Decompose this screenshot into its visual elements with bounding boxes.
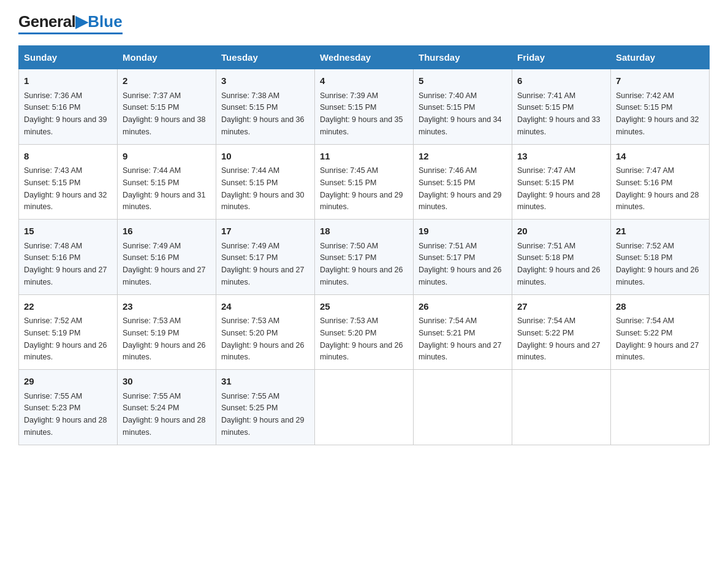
day-sunrise: Sunrise: 7:51 AM: [419, 242, 477, 250]
header-thursday: Thursday: [414, 46, 512, 69]
day-number: 3: [221, 74, 309, 88]
day-sunrise: Sunrise: 7:49 AM: [221, 242, 279, 250]
day-sunrise: Sunrise: 7:52 AM: [24, 316, 82, 325]
day-number: 21: [616, 224, 704, 239]
day-daylight: Daylight: 9 hours and 26 minutes.: [616, 266, 699, 286]
day-sunset: Sunset: 5:17 PM: [320, 253, 376, 262]
day-sunrise: Sunrise: 7:53 AM: [221, 316, 279, 325]
calendar-body: 1 Sunrise: 7:36 AM Sunset: 5:16 PM Dayli…: [19, 69, 710, 445]
day-cell: 3 Sunrise: 7:38 AM Sunset: 5:15 PM Dayli…: [216, 69, 315, 145]
day-number: 28: [616, 300, 704, 314]
day-sunrise: Sunrise: 7:47 AM: [517, 166, 575, 175]
day-number: 10: [221, 150, 309, 164]
day-sunset: Sunset: 5:15 PM: [123, 103, 179, 112]
day-cell: 21 Sunrise: 7:52 AM Sunset: 5:18 PM Dayl…: [611, 220, 710, 295]
day-cell: 30 Sunrise: 7:55 AM Sunset: 5:24 PM Dayl…: [118, 370, 216, 445]
header-tuesday: Tuesday: [216, 46, 315, 69]
day-cell: 28 Sunrise: 7:54 AM Sunset: 5:22 PM Dayl…: [611, 294, 710, 370]
day-sunrise: Sunrise: 7:54 AM: [616, 316, 674, 325]
day-sunrise: Sunrise: 7:46 AM: [419, 166, 477, 175]
day-sunset: Sunset: 5:17 PM: [221, 253, 278, 262]
day-cell: 7 Sunrise: 7:42 AM Sunset: 5:15 PM Dayli…: [611, 69, 710, 145]
day-cell: 6 Sunrise: 7:41 AM Sunset: 5:15 PM Dayli…: [512, 69, 611, 145]
day-number: 30: [123, 375, 211, 389]
day-cell: 13 Sunrise: 7:47 AM Sunset: 5:15 PM Dayl…: [512, 144, 611, 220]
day-sunset: Sunset: 5:15 PM: [419, 103, 475, 112]
day-cell: 8 Sunrise: 7:43 AM Sunset: 5:15 PM Dayli…: [19, 144, 118, 220]
week-row-1: 1 Sunrise: 7:36 AM Sunset: 5:16 PM Dayli…: [19, 69, 710, 145]
empty-cell: [414, 370, 512, 445]
day-cell: 2 Sunrise: 7:37 AM Sunset: 5:15 PM Dayli…: [118, 69, 216, 145]
calendar-header: SundayMondayTuesdayWednesdayThursdayFrid…: [19, 46, 710, 69]
day-daylight: Daylight: 9 hours and 30 minutes.: [221, 191, 305, 212]
day-number: 13: [517, 150, 605, 164]
day-sunrise: Sunrise: 7:55 AM: [123, 392, 181, 400]
empty-cell: [512, 370, 611, 445]
day-cell: 10 Sunrise: 7:44 AM Sunset: 5:15 PM Dayl…: [216, 144, 315, 220]
day-daylight: Daylight: 9 hours and 39 minutes.: [24, 115, 107, 136]
day-sunset: Sunset: 5:25 PM: [221, 404, 278, 412]
day-daylight: Daylight: 9 hours and 34 minutes.: [419, 115, 502, 136]
day-cell: 5 Sunrise: 7:40 AM Sunset: 5:15 PM Dayli…: [414, 69, 512, 145]
day-cell: 23 Sunrise: 7:53 AM Sunset: 5:19 PM Dayl…: [118, 294, 216, 370]
day-sunset: Sunset: 5:20 PM: [320, 329, 376, 337]
day-cell: 17 Sunrise: 7:49 AM Sunset: 5:17 PM Dayl…: [216, 220, 315, 295]
day-number: 2: [123, 74, 211, 88]
day-number: 14: [616, 150, 704, 164]
day-number: 6: [517, 74, 605, 88]
day-daylight: Daylight: 9 hours and 26 minutes.: [517, 266, 601, 286]
day-daylight: Daylight: 9 hours and 27 minutes.: [419, 341, 502, 362]
day-sunset: Sunset: 5:16 PM: [24, 253, 80, 262]
day-daylight: Daylight: 9 hours and 35 minutes.: [320, 115, 403, 136]
day-daylight: Daylight: 9 hours and 26 minutes.: [221, 341, 305, 362]
day-daylight: Daylight: 9 hours and 31 minutes.: [123, 191, 206, 212]
day-daylight: Daylight: 9 hours and 26 minutes.: [320, 341, 403, 362]
day-sunrise: Sunrise: 7:44 AM: [221, 166, 279, 175]
day-sunrise: Sunrise: 7:42 AM: [616, 91, 674, 100]
day-cell: 19 Sunrise: 7:51 AM Sunset: 5:17 PM Dayl…: [414, 220, 512, 295]
day-cell: 25 Sunrise: 7:53 AM Sunset: 5:20 PM Dayl…: [315, 294, 414, 370]
week-row-4: 22 Sunrise: 7:52 AM Sunset: 5:19 PM Dayl…: [19, 294, 710, 370]
day-number: 18: [320, 224, 408, 239]
header-wednesday: Wednesday: [315, 46, 414, 69]
day-sunset: Sunset: 5:20 PM: [221, 329, 278, 337]
day-cell: 9 Sunrise: 7:44 AM Sunset: 5:15 PM Dayli…: [118, 144, 216, 220]
logo-blue-text: ▶: [75, 12, 88, 31]
day-sunset: Sunset: 5:15 PM: [221, 178, 278, 187]
week-row-2: 8 Sunrise: 7:43 AM Sunset: 5:15 PM Dayli…: [19, 144, 710, 220]
day-number: 8: [24, 150, 112, 164]
day-daylight: Daylight: 9 hours and 27 minutes.: [221, 266, 305, 286]
day-sunset: Sunset: 5:15 PM: [517, 103, 574, 112]
day-number: 4: [320, 74, 408, 88]
day-sunrise: Sunrise: 7:55 AM: [24, 392, 82, 400]
day-sunrise: Sunrise: 7:43 AM: [24, 166, 82, 175]
header-saturday: Saturday: [611, 46, 710, 69]
logo-general-text: General: [18, 12, 75, 31]
day-daylight: Daylight: 9 hours and 29 minutes.: [419, 191, 502, 212]
day-number: 19: [419, 224, 507, 239]
day-number: 23: [123, 300, 211, 314]
day-cell: 18 Sunrise: 7:50 AM Sunset: 5:17 PM Dayl…: [315, 220, 414, 295]
day-sunrise: Sunrise: 7:53 AM: [123, 316, 181, 325]
day-cell: 26 Sunrise: 7:54 AM Sunset: 5:21 PM Dayl…: [414, 294, 512, 370]
day-sunrise: Sunrise: 7:55 AM: [221, 392, 279, 400]
logo-blue-part: ▶ Blue: [75, 12, 122, 31]
day-cell: 11 Sunrise: 7:45 AM Sunset: 5:15 PM Dayl…: [315, 144, 414, 220]
day-sunrise: Sunrise: 7:45 AM: [320, 166, 378, 175]
day-number: 17: [221, 224, 309, 239]
day-sunset: Sunset: 5:15 PM: [24, 178, 80, 187]
day-sunset: Sunset: 5:22 PM: [517, 329, 574, 337]
day-sunset: Sunset: 5:15 PM: [517, 178, 574, 187]
day-sunset: Sunset: 5:16 PM: [616, 178, 672, 187]
day-sunrise: Sunrise: 7:36 AM: [24, 91, 82, 100]
empty-cell: [315, 370, 414, 445]
day-sunrise: Sunrise: 7:54 AM: [517, 316, 575, 325]
calendar-table: SundayMondayTuesdayWednesdayThursdayFrid…: [18, 45, 710, 445]
day-number: 16: [123, 224, 211, 239]
day-sunset: Sunset: 5:15 PM: [123, 178, 179, 187]
header-row: SundayMondayTuesdayWednesdayThursdayFrid…: [19, 46, 710, 69]
day-daylight: Daylight: 9 hours and 26 minutes.: [419, 266, 502, 286]
day-number: 27: [517, 300, 605, 314]
header-monday: Monday: [118, 46, 216, 69]
header-sunday: Sunday: [19, 46, 118, 69]
